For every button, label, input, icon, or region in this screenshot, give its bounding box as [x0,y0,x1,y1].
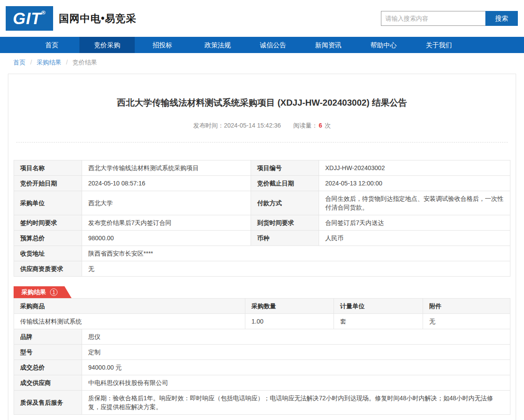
info-value-cell: 发布竞价结果后7天内签订合同 [82,215,251,231]
info-value-cell: 2024-05-13 12:00:00 [319,176,510,191]
nav-item-about-us[interactable]: 关于我们 [411,37,467,53]
info-value-cell: 无 [82,261,510,277]
quantity-cell: 1.00 [245,314,334,329]
table-row: 成交供应商 中电科思仪科技股份有限公司 [14,375,510,391]
table-header-row: 采购商品 采购数量 计量单位 附件 [14,299,510,314]
table-row: 项目名称 西北大学传输线法材料测试系统采购项目 项目编号 XDJJ-HW-202… [14,160,510,176]
info-label-cell: 到货时间要求 [251,215,319,231]
table-row: 采购单位 西北大学 付款方式 合同生效后，待货物到达指定地点、安装调试验收合格后… [14,191,510,215]
page: GIT® 国网中电•易竞采 搜索 首页 竞价采购 招投标 政策法规 诚信公告 新… [0,0,524,420]
table-row: 预算总价 98000.00 币种 人民币 [14,231,510,246]
info-label-cell: 预算总价 [14,231,82,246]
nav-item-policies[interactable]: 政策法规 [190,37,245,53]
info-value-cell: 2024-05-10 08:57:16 [82,176,251,191]
breadcrumb-current: 竞价结果 [72,59,97,66]
info-label-cell: 采购单位 [14,191,82,215]
publish-time-label: 发布时间： [193,122,224,129]
nav-item-tendering[interactable]: 招投标 [135,37,190,53]
nav-item-bidding-procurement[interactable]: 竞价采购 [79,37,135,53]
attachment-col-header: 附件 [423,299,510,314]
detail-label-cell: 质保及售后服务 [14,391,82,415]
product-name-cell: 传输线法材料测试系统 [14,314,245,329]
nav-item-home[interactable]: 首页 [24,37,79,53]
detail-value-cell: 质保期：验收合格后1年。响应时效：即时响应（包括电话响应）；电话响应无法解决72… [82,391,510,415]
info-value-cell: 合同签订后7天内送达 [319,215,510,231]
brand-title: 国网中电•易竞采 [59,12,136,25]
info-label-cell: 项目名称 [14,160,82,176]
table-row: 签约时间要求 发布竞价结果后7天内签订合同 到货时间要求 合同签订后7天内送达 [14,215,510,231]
info-label-cell: 收货地址 [14,246,82,261]
nav-item-integrity-notice[interactable]: 诚信公告 [245,37,301,53]
info-label-cell: 付款方式 [251,191,319,215]
detail-value-cell: 定制 [82,345,510,360]
badge-label: 采购结果 [22,288,46,296]
table-row: 传输线法材料测试系统 1.00 套 无 [14,314,510,329]
detail-value-cell: 思仪 [82,329,510,345]
detail-value-cell: 中电科思仪科技股份有限公司 [82,375,510,391]
budget-total-value: 98000.00 [82,231,251,246]
site-logo[interactable]: GIT® [6,6,53,31]
detail-label-cell: 成交总价 [14,360,82,375]
table-row: 型号 定制 [14,345,510,360]
main-nav: 首页 竞价采购 招投标 政策法规 诚信公告 新闻资讯 帮助中心 关于我们 [0,37,524,53]
publish-time-value: 2024-05-14 15:42:36 [224,122,281,129]
unit-col-header: 计量单位 [334,299,423,314]
deal-total-price-value: 94000.00 元 [82,360,510,375]
result-detail-table: 品牌 思仪 型号 定制 成交总价 94000.00 元 成交供应商 中电科思仪科… [14,329,510,415]
info-value-cell: 人民币 [319,231,510,246]
content-card: 西北大学传输线法材料测试系统采购项目 (XDJJ-HW-202403002) 结… [8,74,516,420]
search-input[interactable] [381,11,485,26]
publish-meta: 发布时间：2024-05-14 15:42:36阅读量：6 次 [14,122,510,130]
info-label-cell: 币种 [251,231,319,246]
nav-item-news[interactable]: 新闻资讯 [301,37,356,53]
breadcrumb-separator: / [30,59,32,66]
views-label: 阅读量： [293,122,318,129]
search-button[interactable]: 搜索 [485,11,518,26]
search-bar: 搜索 [381,11,518,26]
badge-number-circle-icon: 1 [50,288,57,296]
registered-mark-icon: ® [41,10,46,15]
table-row: 品牌 思仪 [14,329,510,345]
info-value-cell: 西北大学传输线法材料测试系统采购项目 [82,160,251,176]
info-value-cell: XDJJ-HW-202403002 [319,160,510,176]
views-count: 6 [319,122,322,129]
product-table: 采购商品 采购数量 计量单位 附件 传输线法材料测试系统 1.00 套 无 [14,298,510,329]
site-header: GIT® 国网中电•易竞采 搜索 [0,0,524,37]
info-label-cell: 签约时间要求 [14,215,82,231]
detail-label-cell: 成交供应商 [14,375,82,391]
table-row: 收货地址 陕西省西安市长安区**** [14,246,510,261]
unit-cell: 套 [334,314,423,329]
section-badge-procurement-result: 采购结果 1 [14,286,72,298]
info-value-cell: 合同生效后，待货物到达指定地点、安装调试验收合格后，一次性付清合同货款。 [319,191,510,215]
info-value-cell: 陕西省西安市长安区**** [82,246,510,261]
dashed-divider [16,142,508,142]
detail-label-cell: 型号 [14,345,82,360]
quantity-col-header: 采购数量 [245,299,334,314]
page-title: 西北大学传输线法材料测试系统采购项目 (XDJJ-HW-202403002) 结… [14,74,510,109]
table-row: 质保及售后服务 质保期：验收合格后1年。响应时效：即时响应（包括电话响应）；电话… [14,391,510,415]
breadcrumb: 首页 / 采购结果 / 竞价结果 [0,53,524,72]
breadcrumb-separator: / [66,59,68,66]
table-row: 成交总价 94000.00 元 [14,360,510,375]
product-col-header: 采购商品 [14,299,245,314]
detail-label-cell: 品牌 [14,329,82,345]
views-unit: 次 [325,122,331,129]
info-value-cell: 西北大学 [82,191,251,215]
table-row: 竞价开始日期 2024-05-10 08:57:16 竞价截止日期 2024-0… [14,176,510,191]
attachment-cell: 无 [423,314,510,329]
logo-text: GIT® [13,11,46,27]
info-label-cell: 竞价开始日期 [14,176,82,191]
info-label-cell: 供应商资质要求 [14,261,82,277]
breadcrumb-procurement-results[interactable]: 采购结果 [37,59,61,66]
info-label-cell: 竞价截止日期 [251,176,319,191]
info-label-cell: 项目编号 [251,160,319,176]
project-info-table: 项目名称 西北大学传输线法材料测试系统采购项目 项目编号 XDJJ-HW-202… [14,160,510,277]
nav-item-help-center[interactable]: 帮助中心 [356,37,411,53]
table-row: 供应商资质要求 无 [14,261,510,277]
breadcrumb-home[interactable]: 首页 [13,59,25,66]
